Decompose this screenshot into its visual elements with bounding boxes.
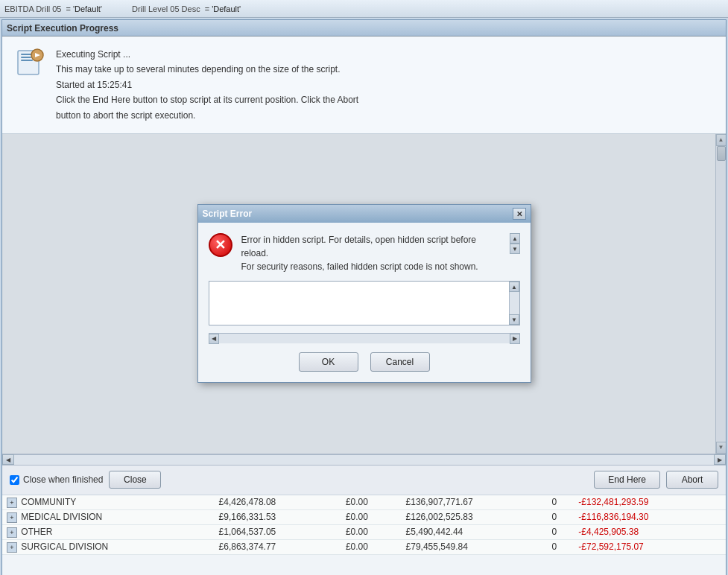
progress-line5: button to abort the script execution.	[56, 108, 358, 123]
modal-text-content	[209, 282, 509, 325]
data-table-container: + COMMUNITY £4,426,478.08 £0.00 £136,907…	[2, 495, 726, 555]
modal-message-row: ✕ Error in hidden script. For details, o…	[209, 233, 520, 273]
other-col4: £5,490,442.44	[402, 524, 548, 539]
modal-message-text: Error in hidden script. For details, ope…	[241, 233, 501, 273]
error-icon-circle: ✕	[209, 233, 232, 257]
expand-icon-other[interactable]: +	[7, 527, 17, 538]
modal-text-area: ▲ ▼	[209, 281, 520, 325]
community-col2: £4,426,478.08	[215, 495, 341, 510]
modal-close-button[interactable]: ✕	[513, 208, 526, 220]
other-col5: 0	[547, 524, 574, 539]
svg-rect-3	[21, 60, 33, 61]
medical-col4: £126,002,525.83	[402, 509, 548, 524]
surgical-col4: £79,455,549.84	[402, 539, 548, 554]
progress-line2: This may take up to several minutes depe…	[56, 62, 358, 77]
drill-label: Drill Level 05 Desc	[132, 4, 200, 13]
progress-line1: Executing Script ...	[56, 47, 358, 62]
community-col6: -£132,481,293.59	[574, 495, 726, 510]
progress-icon	[14, 47, 45, 78]
surgical-col2: £6,863,374.77	[215, 539, 341, 554]
other-col3: £0.00	[341, 524, 402, 539]
table-row: + MEDICAL DIVISION £9,166,331.53 £0.00 £…	[2, 509, 726, 524]
modal-text-scrollbar[interactable]: ▲ ▼	[510, 233, 520, 254]
table-row: + SURGICAL DIVISION £6,863,374.77 £0.00 …	[2, 539, 726, 554]
abort-button[interactable]: Abort	[666, 471, 718, 489]
expand-icon-surgical[interactable]: +	[7, 542, 17, 553]
script-error-dialog: Script Error ✕ ✕ Error in hidden scrip	[197, 204, 531, 383]
surgical-label: SURGICAL DIVISION	[21, 541, 108, 552]
window-title: Script Execution Progress	[7, 23, 118, 34]
close-button[interactable]: Close	[109, 471, 161, 489]
error-icon: ✕	[209, 233, 232, 257]
modal-body: ✕ Error in hidden script. For details, o…	[198, 223, 531, 382]
table-row: + OTHER £1,064,537.05 £0.00 £5,490,442.4…	[2, 524, 726, 539]
cancel-button[interactable]: Cancel	[370, 352, 430, 372]
top-bar: EBITDA Drill 05 = 'Default' Drill Level …	[0, 0, 728, 18]
community-col5: 0	[547, 495, 574, 510]
surgical-col3: £0.00	[341, 539, 402, 554]
bottom-bar: Close when finished Close End Here Abort	[2, 465, 726, 495]
surgical-col5: 0	[547, 539, 574, 554]
progress-text: Executing Script ... This may take up to…	[56, 47, 358, 123]
top-bar-item-ebitda: EBITDA Drill 05 = 'Default'	[4, 4, 102, 13]
expand-icon-community[interactable]: +	[7, 498, 17, 508]
modal-textarea-scroll-down[interactable]: ▼	[509, 314, 519, 325]
row-name-surgical: + SURGICAL DIVISION	[2, 539, 215, 554]
modal-textarea-scrollbar[interactable]: ▲ ▼	[509, 282, 519, 325]
medical-col3: £0.00	[341, 509, 402, 524]
close-when-finished-label[interactable]: Close when finished	[10, 474, 103, 485]
row-name-other: + OTHER	[2, 524, 215, 539]
row-name-community: + COMMUNITY	[2, 495, 215, 510]
progress-line3: Started at 15:25:41	[56, 77, 358, 92]
expand-icon-medical[interactable]: +	[7, 512, 17, 523]
modal-scroll-down[interactable]: ▼	[510, 244, 520, 254]
ebitda-value: = 'Default'	[66, 4, 102, 13]
table-row: + COMMUNITY £4,426,478.08 £0.00 £136,907…	[2, 495, 726, 510]
progress-line4: Click the End Here button to stop script…	[56, 92, 358, 107]
community-col4: £136,907,771.67	[402, 495, 548, 510]
medical-col2: £9,166,331.53	[215, 509, 341, 524]
end-here-button[interactable]: End Here	[594, 471, 660, 489]
modal-title-text: Script Error	[203, 209, 253, 219]
modal-overlay: Script Error ✕ ✕ Error in hidden scrip	[2, 134, 726, 454]
modal-textarea-scroll-up[interactable]: ▲	[509, 282, 519, 292]
close-icon: ✕	[516, 210, 522, 218]
modal-hscroll-right[interactable]: ▶	[510, 334, 520, 344]
content-area: ▲ ▼ Script Error ✕ ✕	[2, 134, 726, 454]
ok-button[interactable]: OK	[299, 352, 358, 372]
community-col3: £0.00	[341, 495, 402, 510]
window-title-bar: Script Execution Progress	[2, 20, 726, 36]
scrollbar-horizontal[interactable]: ◀ ▶	[2, 454, 726, 465]
progress-panel: Executing Script ... This may take up to…	[2, 36, 726, 134]
other-col6: -£4,425,905.38	[574, 524, 726, 539]
close-when-finished-checkbox[interactable]	[10, 475, 19, 485]
error-x-icon: ✕	[215, 237, 226, 253]
other-label: OTHER	[21, 527, 52, 537]
modal-horizontal-scroll[interactable]: ◀ ▶	[209, 333, 520, 343]
main-window: Script Execution Progress Executing Scri…	[1, 19, 727, 575]
svg-rect-2	[21, 57, 31, 58]
modal-message-line1: Error in hidden script. For details, ope…	[241, 235, 477, 258]
medical-label: MEDICAL DIVISION	[21, 512, 102, 522]
modal-message-line2: For security reasons, failed hidden scri…	[241, 261, 478, 272]
other-col2: £1,064,537.05	[215, 524, 341, 539]
modal-buttons: OK Cancel	[209, 349, 520, 372]
modal-scroll-up[interactable]: ▲	[510, 233, 520, 244]
scrollbar-left-arrow[interactable]: ◀	[2, 454, 14, 465]
scrollbar-right-arrow[interactable]: ▶	[714, 454, 726, 465]
row-name-medical: + MEDICAL DIVISION	[2, 509, 215, 524]
modal-hscroll-left[interactable]: ◀	[209, 334, 219, 344]
surgical-col6: -£72,592,175.07	[574, 539, 726, 554]
medical-col5: 0	[547, 509, 574, 524]
drill-value: = 'Default'	[205, 4, 241, 13]
ebitda-label: EBITDA Drill 05	[4, 4, 61, 13]
top-bar-item-drill: Drill Level 05 Desc = 'Default'	[132, 4, 241, 13]
data-table: + COMMUNITY £4,426,478.08 £0.00 £136,907…	[2, 495, 726, 555]
close-when-finished-text: Close when finished	[23, 474, 103, 485]
community-label: COMMUNITY	[21, 497, 76, 507]
modal-title-bar: Script Error ✕	[198, 205, 531, 223]
medical-col6: -£116,836,194.30	[574, 509, 726, 524]
